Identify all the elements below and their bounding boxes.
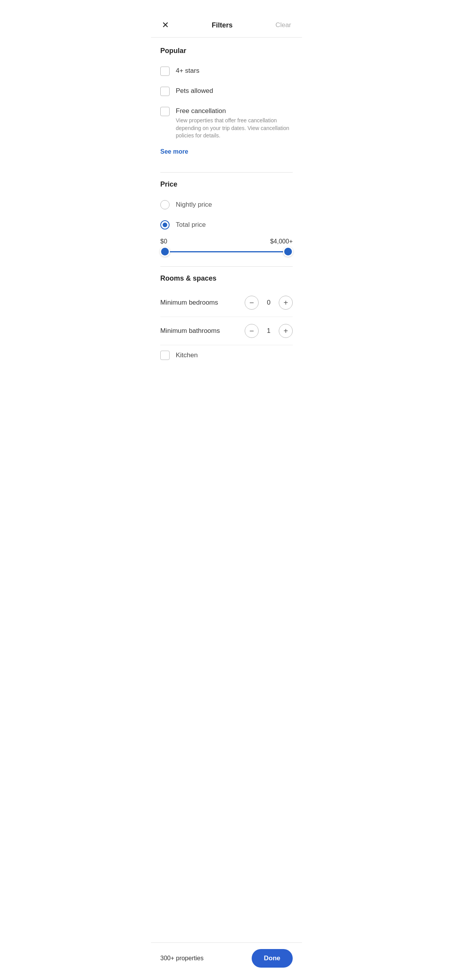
bedrooms-increment-button[interactable]: + bbox=[279, 296, 293, 310]
slider-thumb-right[interactable] bbox=[283, 247, 293, 257]
price-section: Price Nightly price Total price $0 $4,00… bbox=[160, 180, 293, 259]
kitchen-label: Kitchen bbox=[176, 351, 198, 360]
bedrooms-label: Minimum bedrooms bbox=[160, 299, 218, 307]
total-price-option[interactable]: Total price bbox=[160, 215, 293, 235]
price-section-title: Price bbox=[160, 180, 293, 188]
bedrooms-row: Minimum bedrooms − 0 + bbox=[160, 289, 293, 317]
filter-cancellation[interactable]: Free cancellation View properties that o… bbox=[160, 101, 293, 145]
slider-track bbox=[165, 251, 288, 252]
bathrooms-value: 1 bbox=[265, 327, 273, 335]
total-radio[interactable] bbox=[160, 220, 170, 230]
cancellation-checkbox[interactable] bbox=[160, 107, 170, 116]
bathrooms-label: Minimum bathrooms bbox=[160, 327, 220, 335]
close-button[interactable]: ✕ bbox=[160, 19, 170, 31]
filter-header: ✕ Filters Clear bbox=[151, 0, 302, 38]
price-range-labels: $0 $4,000+ bbox=[160, 238, 293, 245]
filter-pets[interactable]: Pets allowed bbox=[160, 81, 293, 101]
cancellation-sublabel: View properties that offer free cancella… bbox=[176, 117, 293, 140]
slider-thumb-left[interactable] bbox=[160, 247, 170, 257]
filter-stars[interactable]: 4+ stars bbox=[160, 61, 293, 81]
clear-button[interactable]: Clear bbox=[274, 20, 293, 31]
stars-checkbox[interactable] bbox=[160, 67, 170, 76]
price-min-label: $0 bbox=[160, 238, 167, 245]
bedrooms-value: 0 bbox=[265, 299, 273, 307]
divider-1 bbox=[160, 172, 293, 173]
price-max-label: $4,000+ bbox=[270, 238, 293, 245]
price-slider[interactable] bbox=[160, 248, 293, 259]
nightly-radio[interactable] bbox=[160, 200, 170, 209]
page-title: Filters bbox=[212, 21, 233, 29]
popular-section: Popular 4+ stars Pets allowed Free cance… bbox=[160, 47, 293, 164]
kitchen-checkbox[interactable] bbox=[160, 351, 170, 360]
bedrooms-stepper: − 0 + bbox=[245, 296, 293, 310]
popular-section-title: Popular bbox=[160, 47, 293, 55]
see-more-button[interactable]: See more bbox=[160, 148, 188, 155]
rooms-section-title: Rooms & spaces bbox=[160, 274, 293, 283]
filter-kitchen[interactable]: Kitchen bbox=[160, 345, 293, 365]
bathrooms-decrement-button[interactable]: − bbox=[245, 324, 259, 338]
nightly-price-option[interactable]: Nightly price bbox=[160, 195, 293, 215]
bedrooms-decrement-button[interactable]: − bbox=[245, 296, 259, 310]
bathrooms-row: Minimum bathrooms − 1 + bbox=[160, 317, 293, 345]
bathrooms-stepper: − 1 + bbox=[245, 324, 293, 338]
main-content: Popular 4+ stars Pets allowed Free cance… bbox=[151, 38, 302, 404]
divider-2 bbox=[160, 266, 293, 267]
stars-label: 4+ stars bbox=[176, 67, 199, 75]
cancellation-label: Free cancellation bbox=[176, 107, 293, 115]
total-label: Total price bbox=[176, 221, 206, 229]
rooms-section: Rooms & spaces Minimum bedrooms − 0 + Mi… bbox=[160, 274, 293, 365]
bathrooms-increment-button[interactable]: + bbox=[279, 324, 293, 338]
pets-checkbox[interactable] bbox=[160, 87, 170, 96]
pets-label: Pets allowed bbox=[176, 87, 213, 95]
nightly-label: Nightly price bbox=[176, 201, 212, 209]
